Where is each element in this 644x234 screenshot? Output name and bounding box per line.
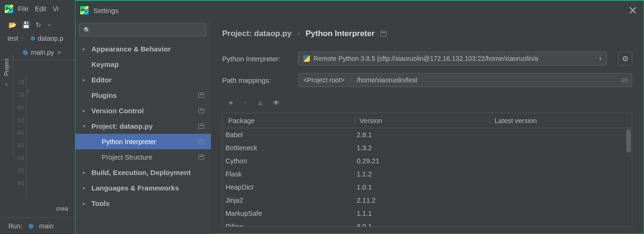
open-icon[interactable]: 📂 — [8, 21, 16, 29]
breadcrumb-project[interactable]: Project: dataop.py — [222, 29, 292, 38]
line-number: 80 — [13, 101, 24, 114]
close-tab-icon[interactable]: ✕ — [57, 49, 62, 56]
module-badge-icon — [198, 108, 204, 113]
fold-marker[interactable]: ⊟ — [26, 88, 30, 94]
table-row[interactable]: Jinja22.11.2 — [223, 194, 632, 207]
breadcrumb-item[interactable]: test — [7, 35, 18, 42]
pkg-version: 1.1.1 — [355, 210, 490, 217]
pkg-version: 1.0.1 — [355, 183, 490, 191]
col-latest[interactable]: Latest version — [490, 117, 632, 124]
close-icon[interactable] — [629, 7, 636, 14]
table-row[interactable]: Cython0.29.21 — [223, 154, 632, 168]
nav-label: Keymap — [91, 60, 119, 68]
dialog-title: Settings — [93, 7, 119, 15]
col-package[interactable]: Package — [223, 117, 355, 124]
settings-nav-item[interactable]: ▸Version Control — [75, 103, 211, 118]
main-ide-window: PC File Edit Vi 📂 💾 ↻ ← test 〉 ⬢ dataop.… — [0, 0, 75, 234]
settings-content: Project: dataop.py › Python Interpreter … — [211, 20, 644, 234]
chevron-icon: ▾ — [83, 124, 88, 129]
module-badge-icon — [198, 93, 204, 98]
table-row[interactable]: HeapDict1.0.1 — [223, 181, 632, 194]
table-header: Package Version Latest version — [223, 113, 632, 128]
chevron-right-icon: 〉 — [21, 34, 28, 43]
module-badge-icon — [198, 139, 204, 144]
pkg-name: Pillow — [223, 223, 355, 227]
tab-label: main.py — [31, 49, 54, 56]
settings-nav-item[interactable]: Python Interpreter — [75, 134, 211, 149]
gear-icon: ⚙ — [622, 54, 629, 63]
col-version[interactable]: Version — [355, 117, 490, 124]
upgrade-package-button[interactable]: ▲ — [256, 98, 264, 108]
breadcrumb-item[interactable]: dataop.p — [38, 35, 64, 42]
pkg-version: 8.0.1 — [355, 223, 490, 227]
nav-label: Tools — [91, 199, 110, 207]
interpreter-label: Python Interpreter: — [222, 55, 291, 63]
interpreter-dropdown[interactable]: Remote Python 3.8.5 (sftp://xiaoruolin@1… — [298, 51, 607, 66]
show-early-releases-button[interactable]: 👁 — [273, 99, 280, 107]
python-file-icon: ⬢ — [30, 35, 35, 42]
pycharm-icon: PC — [80, 6, 89, 15]
mappings-label: Path mappings: — [222, 76, 291, 84]
folder-icon[interactable]: 🗁 — [622, 76, 628, 84]
project-tool-window[interactable]: Project ▫ — [0, 54, 13, 157]
nav-label: Editor — [91, 76, 112, 84]
settings-nav-item[interactable]: ▸Appearance & Behavior — [75, 41, 211, 57]
breadcrumb-current: Python Interpreter — [306, 29, 374, 38]
table-row[interactable]: MarkupSafe1.1.1 — [223, 207, 632, 220]
table-row[interactable]: Bottleneck1.3.2 — [223, 141, 632, 154]
settings-search-input[interactable]: 🔍 — [79, 23, 206, 37]
pkg-name: MarkupSafe — [223, 210, 355, 217]
module-badge-icon — [380, 31, 387, 37]
chevron-icon: ▸ — [83, 77, 88, 82]
python-file-icon: ⬢ — [22, 49, 28, 56]
line-number: 78 — [13, 76, 24, 88]
path-mappings-input[interactable]: <Project root> → /home/xiaoruolin/test 🗁 — [298, 73, 632, 87]
folder-icon: ▫ — [0, 80, 13, 88]
menu-edit[interactable]: Edit — [33, 4, 48, 14]
chevron-icon: ▸ — [83, 46, 88, 51]
run-config[interactable]: main — [39, 222, 53, 230]
line-number: 85 — [13, 164, 24, 177]
remove-package-button[interactable]: − — [243, 98, 248, 108]
pkg-version: 2.8.1 — [355, 131, 490, 139]
dialog-titlebar: PC Settings — [75, 1, 644, 20]
refresh-icon[interactable]: ↻ — [36, 21, 41, 29]
scrollbar[interactable] — [626, 129, 631, 153]
line-number: 82 — [13, 126, 24, 139]
editor-area[interactable] — [26, 76, 61, 200]
nav-label: Version Control — [91, 107, 144, 115]
settings-nav-item[interactable]: ▾Project: dataop.py — [75, 118, 211, 134]
settings-nav-item[interactable]: Keymap — [75, 57, 211, 72]
settings-nav-item[interactable]: ▸Editor — [75, 72, 211, 88]
module-badge-icon — [198, 154, 204, 160]
back-icon[interactable]: ← — [47, 21, 53, 29]
chevron-icon: ▸ — [83, 185, 88, 190]
settings-nav-item[interactable]: Project Structure — [75, 149, 211, 165]
settings-nav-item[interactable]: ▸Tools — [75, 196, 211, 211]
add-package-button[interactable]: ＋ — [227, 97, 235, 108]
table-row[interactable]: Babel2.8.1 — [223, 128, 632, 141]
line-number: 81 — [13, 114, 24, 126]
pkg-name: Flask — [223, 170, 355, 178]
settings-dialog: PC Settings 🔍 ▸Appearance & BehaviorKeym… — [75, 0, 644, 234]
settings-nav-item[interactable]: Plugins — [75, 88, 211, 103]
pkg-version: 2.11.2 — [355, 197, 490, 204]
pycharm-icon: PC — [5, 5, 13, 13]
table-row[interactable]: Flask1.1.2 — [223, 168, 632, 181]
chevron-icon: ▸ — [83, 170, 88, 175]
pkg-name: HeapDict — [223, 183, 355, 191]
settings-nav-item[interactable]: ▸Build, Execution, Deployment — [75, 165, 211, 180]
save-icon[interactable]: 💾 — [22, 21, 30, 29]
mapping-left: <Project root> — [303, 76, 344, 84]
status-text: crea — [56, 205, 68, 212]
menu-view[interactable]: Vi — [51, 4, 60, 14]
nav-label: Build, Execution, Deployment — [91, 168, 191, 176]
menu-file[interactable]: File — [16, 4, 30, 14]
settings-nav-item[interactable]: ▸Languages & Frameworks — [75, 180, 211, 196]
line-number: 84 — [13, 152, 24, 164]
package-table: Package Version Latest version Babel2.8.… — [222, 113, 632, 227]
pkg-name: Babel — [223, 131, 355, 139]
table-row[interactable]: Pillow8.0.1 — [223, 220, 632, 227]
interpreter-settings-button[interactable]: ⚙ — [618, 51, 632, 66]
line-gutter: 78 79 80 81 82 83 84 85 86 — [13, 76, 26, 190]
